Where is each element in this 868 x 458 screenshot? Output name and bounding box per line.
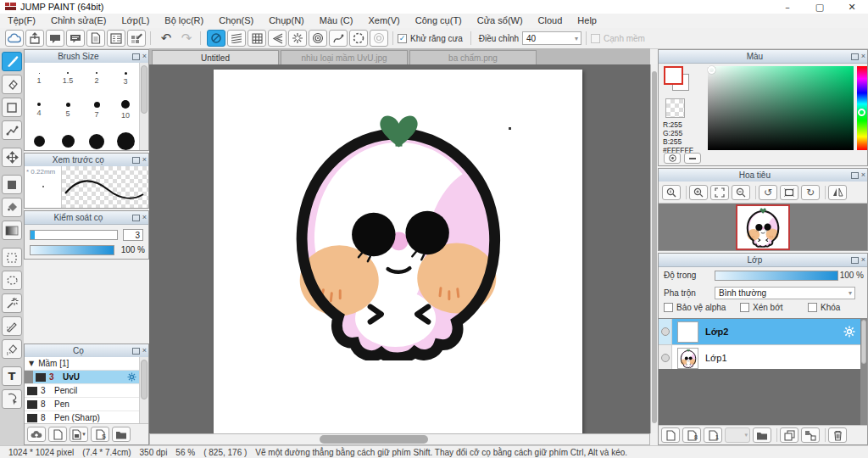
menu-layer[interactable]: Lớp(L) bbox=[114, 14, 157, 28]
adjust-dropdown[interactable]: 40 ▾ bbox=[522, 31, 581, 45]
tab-untitled[interactable]: Untitled bbox=[152, 50, 279, 64]
antialias-checkbox[interactable]: ✓ bbox=[398, 34, 407, 43]
alpha-protect-checkbox[interactable] bbox=[664, 303, 673, 312]
move-tool-button[interactable] bbox=[2, 148, 22, 167]
delete-layer-button[interactable] bbox=[828, 427, 847, 443]
brush-row[interactable]: 8 Pen (Sharp) bbox=[25, 411, 140, 424]
brush-size-option[interactable]: 5 bbox=[53, 94, 82, 126]
sv-picker-marker[interactable] bbox=[708, 66, 715, 74]
brush-list-scrollbar[interactable] bbox=[139, 357, 148, 424]
popout-icon[interactable] bbox=[132, 53, 140, 60]
close-button[interactable]: ✕ bbox=[836, 0, 868, 14]
brush-opacity-slider[interactable] bbox=[30, 245, 114, 255]
minimize-button[interactable]: – bbox=[771, 0, 804, 14]
brush-folder-button[interactable] bbox=[112, 427, 131, 442]
brush-size-option[interactable] bbox=[82, 126, 111, 150]
redo-button[interactable]: ↷ bbox=[177, 30, 196, 47]
grid-button[interactable] bbox=[248, 30, 266, 47]
merge-layer-button[interactable] bbox=[801, 427, 820, 443]
gear-icon[interactable] bbox=[127, 372, 136, 382]
layer-row[interactable]: Lớp1 bbox=[659, 345, 860, 371]
new-brush-button[interactable] bbox=[48, 427, 67, 442]
zoom-in-button[interactable] bbox=[689, 185, 708, 200]
rotate-reset-button[interactable] bbox=[780, 185, 798, 200]
color-wheel-button[interactable] bbox=[664, 153, 681, 164]
brush-size-value[interactable]: 3 bbox=[123, 229, 143, 241]
concentric-circles-button[interactable] bbox=[309, 30, 327, 47]
shape-tool-button[interactable] bbox=[2, 98, 22, 117]
navigator-thumbnail[interactable] bbox=[736, 204, 790, 250]
canvas-hscrollbar[interactable] bbox=[149, 433, 650, 445]
select-rect-tool-button[interactable] bbox=[2, 248, 22, 267]
brush-size-option[interactable] bbox=[111, 126, 140, 150]
hue-marker[interactable] bbox=[858, 109, 865, 116]
close-icon[interactable]: × bbox=[861, 53, 865, 60]
popout-icon[interactable] bbox=[851, 257, 859, 264]
clipping-option[interactable]: Xén bớt bbox=[740, 303, 782, 312]
brush-size-option[interactable]: 1 bbox=[25, 63, 53, 94]
brush-size-option[interactable] bbox=[25, 126, 53, 150]
brush-size-scrollbar[interactable] bbox=[139, 63, 148, 150]
canvas-viewport[interactable] bbox=[149, 64, 650, 433]
menu-tools[interactable]: Công cụ(T) bbox=[408, 14, 470, 28]
cloud-upload-button[interactable] bbox=[27, 427, 46, 442]
menu-file[interactable]: Tệp(F) bbox=[0, 14, 43, 28]
document-list-button[interactable] bbox=[107, 30, 125, 47]
popout-icon[interactable] bbox=[132, 215, 140, 221]
menu-filter[interactable]: Bộ lọc(R) bbox=[157, 14, 211, 28]
brush-script-button[interactable]: S bbox=[91, 427, 109, 442]
layer-visibility-toggle[interactable] bbox=[659, 319, 672, 344]
hue-slider[interactable] bbox=[857, 66, 867, 150]
popout-icon[interactable] bbox=[132, 348, 140, 355]
popout-icon[interactable] bbox=[132, 157, 140, 164]
primary-color-swatch[interactable] bbox=[664, 66, 683, 85]
saturation-value-picker[interactable] bbox=[708, 66, 854, 150]
magic-wand-tool-button[interactable] bbox=[2, 293, 22, 313]
alpha-protect-option[interactable]: Bảo vệ alpha bbox=[664, 303, 726, 312]
bucket-tool-button[interactable] bbox=[2, 198, 22, 217]
document-button[interactable] bbox=[86, 30, 105, 47]
menu-select[interactable]: Chọn(S) bbox=[211, 14, 261, 28]
brush-paste-button[interactable]: ▾ bbox=[70, 427, 88, 442]
brush-size-option[interactable]: 3 bbox=[111, 63, 140, 94]
upload-button[interactable] bbox=[25, 30, 44, 47]
menu-cloud[interactable]: Cloud bbox=[531, 14, 570, 28]
popout-icon[interactable] bbox=[851, 53, 859, 60]
zoom-reset-button[interactable] bbox=[662, 185, 681, 200]
transparent-color-swatch[interactable] bbox=[665, 98, 685, 118]
brush-group-row[interactable]: ▼ Mầm [1] bbox=[25, 357, 140, 371]
brush-size-slider[interactable] bbox=[30, 230, 118, 240]
close-icon[interactable]: × bbox=[142, 214, 147, 221]
fill-rect-tool-button[interactable] bbox=[2, 175, 22, 194]
comment-button[interactable] bbox=[46, 30, 64, 47]
close-icon[interactable]: × bbox=[861, 171, 865, 179]
brush-tool-button[interactable] bbox=[2, 52, 22, 71]
tab-ba-cham[interactable]: ba chấm.png bbox=[409, 50, 537, 64]
collapse-icon[interactable]: ▼ bbox=[29, 360, 34, 367]
menu-help[interactable]: Help bbox=[570, 14, 604, 28]
menu-color[interactable]: Màu (C) bbox=[312, 14, 361, 28]
comment-box-button[interactable] bbox=[66, 30, 85, 47]
lasso-tool-button[interactable] bbox=[2, 271, 22, 290]
undo-button[interactable]: ↶ bbox=[157, 30, 175, 47]
close-icon[interactable]: × bbox=[142, 156, 147, 164]
new-8bit-layer-button[interactable]: 8 bbox=[682, 427, 701, 443]
rotate-right-button[interactable]: ↻ bbox=[801, 185, 820, 200]
dashed-circle-button[interactable] bbox=[349, 30, 368, 47]
layer-list-scrollbar[interactable] bbox=[860, 318, 867, 426]
layer-opacity-slider[interactable] bbox=[715, 271, 838, 281]
lock-checkbox[interactable] bbox=[808, 303, 817, 312]
menu-view[interactable]: Xem(V) bbox=[360, 14, 407, 28]
layer-visibility-toggle[interactable] bbox=[659, 345, 672, 371]
gradient-tool-button[interactable] bbox=[2, 221, 22, 240]
text-tool-button[interactable]: T bbox=[2, 366, 22, 386]
parallel-lines-button[interactable] bbox=[227, 30, 246, 47]
curve-ruler-button[interactable] bbox=[329, 30, 348, 47]
blend-mode-dropdown[interactable]: Bình thường ▾ bbox=[715, 287, 855, 299]
brush-size-option[interactable] bbox=[53, 126, 82, 150]
menu-edit[interactable]: Chỉnh sửa(E) bbox=[43, 14, 114, 28]
brush-size-option[interactable]: 10 bbox=[111, 94, 140, 126]
menu-window[interactable]: Cửa sổ(W) bbox=[470, 14, 531, 28]
flip-horizontal-button[interactable] bbox=[828, 185, 847, 200]
brush-size-option[interactable]: 2 bbox=[82, 63, 111, 94]
